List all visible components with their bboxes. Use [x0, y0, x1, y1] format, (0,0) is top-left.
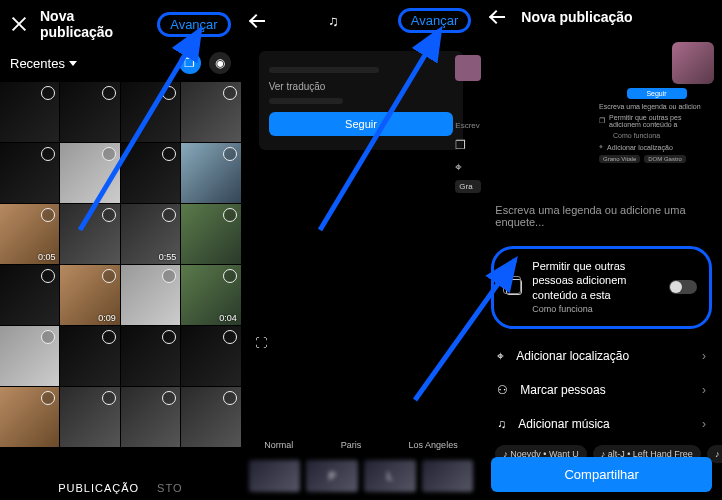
music-icon[interactable]: ♫ [328, 13, 339, 29]
media-thumb[interactable]: 0:04 [181, 265, 240, 325]
mini-caption: Escrev [455, 121, 481, 130]
tag-people-row[interactable]: ⚇ Marcar pessoas › [481, 373, 722, 407]
select-ring-icon [102, 208, 116, 222]
select-ring-icon [41, 208, 55, 222]
media-thumb[interactable] [60, 143, 119, 203]
preview-card[interactable]: Ver tradução Seguir [259, 51, 464, 150]
panel-gallery: Nova publicação Avançar Recentes ❐ ◉ 0:0… [0, 0, 241, 500]
select-ring-icon [41, 391, 55, 405]
media-thumb[interactable]: 0:05 [0, 204, 59, 264]
camera-button[interactable]: ◉ [209, 52, 231, 74]
location-icon[interactable]: ⌖ [455, 160, 481, 174]
media-thumb[interactable] [121, 82, 180, 142]
chevron-down-icon [69, 61, 77, 66]
add-music-row[interactable]: ♫ Adicionar música › [481, 407, 722, 441]
mini-preview-block: Seguir Escreva uma legenda ou adicion ❐P… [599, 38, 714, 167]
caption-input[interactable]: Escreva uma legenda ou adicione uma enqu… [481, 194, 722, 242]
duration-label: 0:05 [38, 252, 56, 262]
back-icon[interactable] [251, 12, 269, 30]
filter-label: Normal [264, 440, 293, 450]
media-thumb[interactable]: 0:55 [121, 204, 180, 264]
chevron-right-icon: › [702, 349, 706, 363]
select-ring-icon [223, 330, 237, 344]
music-icon: ♫ [497, 417, 506, 431]
select-ring-icon [102, 391, 116, 405]
select-ring-icon [162, 269, 176, 283]
media-thumb[interactable] [121, 143, 180, 203]
media-thumb[interactable] [0, 143, 59, 203]
page-title: Nova publicação [521, 9, 712, 25]
multi-select-button[interactable]: ❐ [179, 52, 201, 74]
collab-toggle[interactable] [669, 280, 697, 294]
expand-icon[interactable]: ⛶ [255, 336, 267, 350]
media-thumb[interactable] [181, 82, 240, 142]
tab-publication[interactable]: PUBLICAÇÃO [58, 482, 139, 494]
share-button[interactable]: Compartilhar [491, 457, 712, 492]
mini-caption: Escreva uma legenda ou adicion [599, 103, 714, 110]
header: Nova publicação Avançar [0, 0, 241, 48]
duration-label: 0:04 [219, 313, 237, 323]
select-ring-icon [41, 330, 55, 344]
media-thumb[interactable] [0, 82, 59, 142]
chevron-right-icon: › [702, 417, 706, 431]
media-thumb[interactable] [60, 82, 119, 142]
media-thumb[interactable] [0, 265, 59, 325]
media-thumb[interactable]: 0:09 [60, 265, 119, 325]
media-grid: 0:05 0:55 0:09 0:04 [0, 82, 241, 482]
filter-thumb[interactable] [249, 460, 301, 492]
mini-thumb [455, 55, 481, 81]
select-ring-icon [162, 330, 176, 344]
media-thumb[interactable] [181, 326, 240, 386]
select-ring-icon [223, 269, 237, 283]
media-thumb[interactable] [121, 326, 180, 386]
filter-label: Paris [341, 440, 362, 450]
bottom-tabs: PUBLICAÇÃO STO [0, 476, 241, 500]
next-button[interactable]: Avançar [157, 12, 230, 37]
collab-option[interactable]: Permitir que outras pessoas adicionem co… [491, 246, 712, 329]
collab-title: Permitir que outras pessoas adicionem co… [532, 260, 626, 301]
mini-location-label: Adicionar localização [607, 144, 673, 151]
add-location-row[interactable]: ⌖ Adicionar localização › [481, 339, 722, 373]
chevron-right-icon: › [702, 383, 706, 397]
close-icon[interactable] [10, 15, 28, 33]
media-thumb[interactable] [60, 387, 119, 447]
media-thumb[interactable] [181, 387, 240, 447]
media-thumb[interactable] [181, 204, 240, 264]
media-thumb[interactable] [0, 387, 59, 447]
media-thumb[interactable] [121, 387, 180, 447]
filter-thumb[interactable]: L [364, 460, 416, 492]
select-ring-icon [102, 330, 116, 344]
post-thumbnail[interactable] [672, 42, 714, 84]
ver-traducao-label: Ver tradução [269, 81, 454, 92]
stack-icon[interactable]: ❐ [455, 138, 481, 152]
select-ring-icon [223, 86, 237, 100]
location-icon: ⌖ [599, 143, 603, 151]
album-label: Recentes [10, 56, 65, 71]
seguir-button[interactable]: Seguir [269, 112, 454, 136]
filter-thumb[interactable] [422, 460, 474, 492]
album-selector[interactable]: Recentes [10, 56, 77, 71]
tag-chip[interactable]: Gra [455, 180, 481, 193]
filter-label: Los Angeles [409, 440, 458, 450]
media-thumb[interactable] [0, 326, 59, 386]
filter-thumbs: P L [241, 460, 482, 492]
media-thumb[interactable] [181, 143, 240, 203]
mini-permitir-label: Permitir que outras pes adicionem conteú… [609, 114, 714, 128]
media-thumb[interactable] [60, 204, 119, 264]
mini-chip[interactable]: Grano Vitale [599, 155, 640, 163]
select-ring-icon [102, 147, 116, 161]
media-thumb[interactable] [121, 265, 180, 325]
tab-story[interactable]: STO [157, 482, 182, 494]
back-icon[interactable] [491, 8, 509, 26]
mini-seguir-button[interactable]: Seguir [627, 88, 687, 99]
mini-chip[interactable]: DOM Gastro [644, 155, 686, 163]
collab-subtitle: Como funciona [532, 304, 659, 316]
select-ring-icon [41, 147, 55, 161]
select-ring-icon [162, 208, 176, 222]
media-thumb[interactable] [60, 326, 119, 386]
mini-como-label: Como funciona [613, 132, 714, 139]
filter-thumb[interactable]: P [306, 460, 358, 492]
next-button[interactable]: Avançar [398, 8, 471, 33]
select-ring-icon [162, 391, 176, 405]
select-ring-icon [223, 147, 237, 161]
